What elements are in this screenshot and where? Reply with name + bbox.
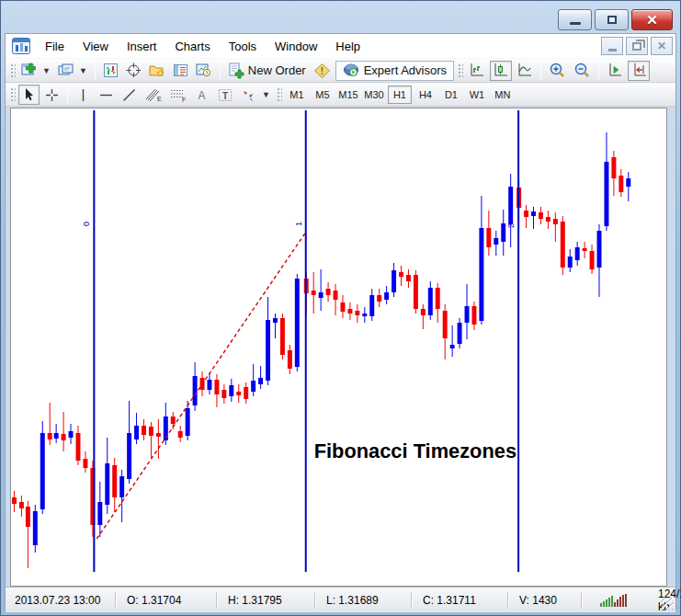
text-tool-button[interactable]: A bbox=[191, 85, 212, 105]
toolbar-grip[interactable] bbox=[9, 86, 16, 103]
menu-item-charts[interactable]: Charts bbox=[165, 37, 219, 56]
navigator-icon bbox=[149, 63, 165, 78]
data-window-button[interactable] bbox=[123, 61, 144, 81]
chevron-down-icon: ▼ bbox=[262, 90, 270, 99]
timeframe-button-w1[interactable]: W1 bbox=[465, 86, 489, 104]
new-chart-button[interactable]: ▼ bbox=[18, 61, 53, 81]
chart-annotation: Fibonacci Timezones bbox=[314, 439, 516, 462]
menu-items: FileViewInsertChartsToolsWindowHelp bbox=[36, 37, 369, 56]
menu-item-view[interactable]: View bbox=[74, 37, 118, 56]
status-field: O: 1.31704 bbox=[125, 592, 217, 609]
mdi-client-area: 012Fibonacci Timezones bbox=[6, 107, 675, 587]
toolbar-grip[interactable] bbox=[457, 63, 463, 79]
vertical-line-tool-button[interactable] bbox=[73, 85, 94, 105]
window-minimize-button[interactable] bbox=[558, 9, 592, 30]
toolbar-separator bbox=[220, 62, 221, 80]
timeframe-button-m5[interactable]: M5 bbox=[311, 86, 335, 104]
bar-chart-button[interactable] bbox=[466, 61, 488, 81]
data-window-icon bbox=[126, 63, 142, 78]
zoom-in-icon bbox=[549, 63, 566, 79]
expert-advisors-label: Expert Advisors bbox=[364, 63, 447, 77]
new-order-button[interactable]: New Order bbox=[225, 61, 309, 81]
chart-minimize-button[interactable] bbox=[601, 37, 623, 55]
fibonacci-retracement-tool-button[interactable]: F bbox=[166, 85, 189, 105]
timeframes-toolbar: M1M5M15M30H1H4D1W1MN bbox=[284, 86, 516, 104]
line-chart-button[interactable] bbox=[514, 61, 536, 81]
terminal-button[interactable] bbox=[170, 61, 191, 81]
zoom-in-button[interactable] bbox=[546, 61, 569, 81]
crosshair-tool-button[interactable] bbox=[41, 85, 62, 105]
navigator-button[interactable] bbox=[146, 61, 168, 81]
chevron-down-icon: ▼ bbox=[79, 66, 87, 75]
horizontal-line-icon bbox=[98, 88, 114, 102]
window-maximize-button[interactable] bbox=[595, 9, 629, 30]
market-watch-icon bbox=[103, 63, 119, 78]
auto-scroll-button[interactable] bbox=[604, 61, 626, 81]
menu-item-help[interactable]: Help bbox=[326, 37, 369, 56]
menu-item-tools[interactable]: Tools bbox=[220, 37, 266, 56]
market-watch-button[interactable] bbox=[100, 61, 121, 81]
trendline-tool-button[interactable] bbox=[119, 85, 140, 105]
connection-signal-icon bbox=[600, 593, 627, 607]
chart-shift-button[interactable] bbox=[628, 61, 650, 81]
expert-advisors-button[interactable]: Expert Advisors bbox=[335, 61, 454, 81]
toolbar-grip[interactable] bbox=[276, 86, 282, 103]
status-field: L: 1.31689 bbox=[324, 592, 412, 609]
fibonacci-retracement-icon: F bbox=[169, 87, 187, 103]
menu-item-window[interactable]: Window bbox=[266, 37, 326, 56]
chart-restore-button[interactable] bbox=[626, 37, 648, 55]
svg-text:A: A bbox=[198, 89, 205, 102]
resize-grip[interactable] bbox=[661, 598, 674, 610]
svg-text:0: 0 bbox=[82, 222, 91, 226]
status-ohlc-fields: 2013.07.23 13:00O: 1.31704H: 1.31795L: 1… bbox=[13, 592, 591, 609]
menu-item-file[interactable]: File bbox=[36, 37, 74, 56]
minimize-icon bbox=[570, 22, 581, 25]
status-field: C: 1.31711 bbox=[421, 592, 508, 609]
candlestick-chart-button[interactable] bbox=[490, 61, 512, 81]
arrows-tool-button[interactable]: ▼ bbox=[238, 85, 273, 105]
svg-text:!: ! bbox=[321, 65, 323, 75]
text-label-tool-button[interactable]: T bbox=[214, 85, 236, 105]
timeframe-button-h4[interactable]: H4 bbox=[414, 86, 437, 104]
equidistant-channel-icon: E bbox=[144, 87, 162, 103]
toolbar-grip[interactable] bbox=[9, 63, 16, 79]
svg-text:E: E bbox=[157, 96, 162, 102]
timeframe-button-m1[interactable]: M1 bbox=[285, 86, 309, 104]
strategy-tester-button[interactable] bbox=[193, 61, 215, 81]
line-chart-icon bbox=[516, 63, 533, 78]
equidistant-channel-tool-button[interactable]: E bbox=[142, 85, 165, 105]
timeframe-button-h1[interactable]: H1 bbox=[388, 86, 412, 104]
close-icon: ✕ bbox=[657, 40, 666, 51]
maximize-icon bbox=[607, 16, 617, 24]
profiles-icon bbox=[58, 63, 74, 78]
window-close-button[interactable]: ✕ bbox=[631, 9, 673, 30]
toolbar-separator bbox=[95, 62, 96, 80]
text-icon: A bbox=[195, 87, 209, 102]
timeframe-button-d1[interactable]: D1 bbox=[439, 86, 463, 104]
line-studies-toolbar: E F A T bbox=[6, 83, 675, 107]
horizontal-line-tool-button[interactable] bbox=[96, 85, 117, 105]
chart-canvas[interactable]: 012Fibonacci Timezones bbox=[10, 108, 667, 587]
toolbar-separator bbox=[598, 62, 599, 80]
chart-close-button[interactable]: ✕ bbox=[651, 37, 673, 55]
timeframe-button-m30[interactable]: M30 bbox=[362, 86, 386, 104]
metaeditor-button[interactable]: ! bbox=[311, 61, 334, 81]
cursor-icon bbox=[22, 87, 36, 102]
metatrader-window: ✕ FileViewInsertChartsToolsWindowHelp ✕ bbox=[0, 0, 681, 616]
status-field: H: 1.31795 bbox=[226, 592, 315, 609]
chevron-down-icon: ▼ bbox=[42, 66, 51, 75]
mdi-window-controls: ✕ bbox=[601, 37, 675, 55]
profiles-button[interactable]: ▼ bbox=[55, 61, 90, 81]
title-bar[interactable]: ✕ bbox=[1, 1, 680, 33]
svg-text:F: F bbox=[182, 97, 186, 103]
timeframe-button-mn[interactable]: MN bbox=[491, 86, 515, 104]
status-field: 2013.07.23 13:00 bbox=[13, 592, 116, 609]
zoom-out-button[interactable] bbox=[571, 61, 594, 81]
timeframe-button-m15[interactable]: M15 bbox=[336, 86, 360, 104]
menu-item-insert[interactable]: Insert bbox=[118, 37, 166, 56]
auto-scroll-icon bbox=[607, 63, 623, 78]
toolbar-separator bbox=[67, 86, 68, 104]
metaeditor-icon: ! bbox=[313, 63, 331, 79]
zoom-out-icon bbox=[573, 63, 591, 79]
cursor-tool-button[interactable] bbox=[18, 85, 40, 105]
